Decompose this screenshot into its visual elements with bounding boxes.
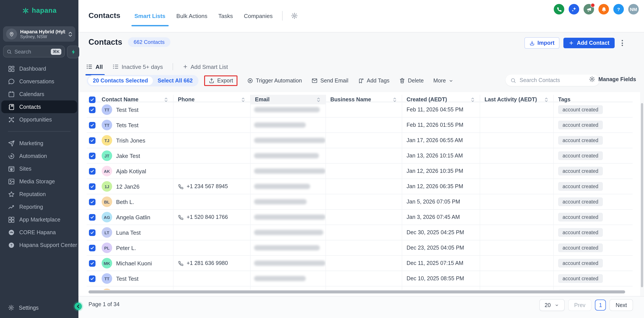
contact-name[interactable]: 12 Jan26 — [116, 183, 140, 190]
sort-icon[interactable] — [317, 97, 320, 102]
import-button[interactable]: Import — [524, 37, 560, 49]
table-row[interactable]: Nov 24, 2025 11:55 PM account created — [87, 286, 632, 290]
account-switcher[interactable]: Hapana Hybrid (Hyb... Sydney, NSW — [3, 26, 75, 42]
contact-name[interactable]: Trish Jones — [116, 137, 145, 144]
tab-bulk-actions[interactable]: Bulk Actions — [175, 13, 209, 19]
table-row[interactable]: TT Tets Test Feb 11, 20 — [87, 117, 632, 133]
table-row[interactable]: JT Jake Test Jan 13, 20 — [87, 148, 632, 164]
contact-name[interactable]: Tets Test — [116, 122, 138, 128]
table-row[interactable]: AG Angela Gatlin +1 520 840 1766 — [87, 210, 632, 225]
sidebar-item-automation[interactable]: Automation — [0, 149, 78, 162]
action-button-delete[interactable]: Delete — [399, 78, 424, 84]
sidebar-item-app-marketplace[interactable]: App Marketplace — [0, 213, 78, 226]
table-row[interactable]: TJ Trish Jones Jan 17, — [87, 133, 632, 148]
row-checkbox[interactable] — [89, 137, 96, 144]
table-row[interactable]: TT Test Test Dec 10, 20 — [87, 271, 632, 286]
topbar-icon-ai-sparkles[interactable] — [569, 4, 579, 15]
horizontal-scrollbar[interactable] — [88, 290, 625, 293]
table-row[interactable]: MK Michael Kuoni +1 281 636 9980 — [87, 256, 632, 271]
sort-icon[interactable] — [242, 97, 245, 102]
current-page-button[interactable]: 1 — [595, 299, 606, 310]
contact-name[interactable]: Test Test — [116, 106, 138, 113]
row-checkbox[interactable] — [89, 168, 96, 174]
sort-icon[interactable] — [164, 97, 168, 102]
vertical-scrollbar[interactable] — [641, 103, 643, 287]
sidebar-item-opportunities[interactable]: Opportunities — [0, 113, 78, 126]
email-cell — [250, 133, 326, 148]
prev-page-button[interactable]: Prev — [568, 299, 592, 311]
row-checkbox[interactable] — [89, 275, 96, 282]
table-row[interactable]: AK Ajab Kotiyal Jan 12, — [87, 164, 632, 179]
sidebar-item-reporting[interactable]: Reporting — [0, 201, 78, 213]
action-button-trigger-automation[interactable]: Trigger Automation — [247, 78, 302, 84]
row-checkbox[interactable] — [89, 122, 96, 128]
quick-actions-button[interactable] — [67, 46, 79, 58]
table-row[interactable]: 1J 12 Jan26 +1 234 567 8945 — [87, 179, 632, 194]
select-all-checkbox[interactable] — [89, 96, 96, 103]
sidebar-item-contacts[interactable]: Contacts — [1, 100, 77, 113]
select-all-link[interactable]: Select All 662 — [153, 78, 198, 84]
manage-fields-button[interactable]: Manage Fields — [589, 76, 636, 82]
search-contacts-input[interactable]: Search Contacts — [506, 75, 599, 86]
add-smart-list-button[interactable]: Add Smart List — [183, 63, 228, 70]
action-button-more[interactable]: More — [433, 78, 453, 84]
topbar-icon-announcements[interactable] — [584, 4, 594, 15]
tab-tasks[interactable]: Tasks — [217, 13, 234, 19]
contact-name[interactable]: Peter L. — [116, 245, 136, 251]
contact-name[interactable]: Test Test — [116, 275, 138, 282]
sort-icon[interactable] — [471, 97, 474, 102]
topbar-icon-phone[interactable] — [554, 4, 564, 15]
contact-name[interactable]: Luna Test — [116, 229, 141, 236]
row-checkbox[interactable] — [89, 183, 96, 190]
row-checkbox[interactable] — [89, 106, 96, 113]
sidebar-item-dashboard[interactable]: Dashboard — [0, 62, 78, 75]
sort-icon[interactable] — [544, 97, 548, 102]
sidebar-item-core-hapana[interactable]: CORE Hapana — [0, 226, 78, 239]
table-row[interactable]: PL Peter L. Dec 23, 202 — [87, 240, 632, 256]
top-tabs: Smart Lists Bulk Actions Tasks Companies — [133, 13, 274, 19]
action-button-export[interactable]: Export — [204, 75, 238, 86]
sidebar-item-settings[interactable]: Settings — [8, 304, 38, 311]
sidebar-item-conversations[interactable]: Conversations — [0, 75, 78, 88]
topbar-icon-user-avatar[interactable]: NM — [628, 4, 639, 15]
row-checkbox[interactable] — [89, 199, 96, 205]
row-checkbox[interactable] — [89, 260, 96, 266]
row-checkbox[interactable] — [89, 245, 96, 251]
contacts-settings-gear-icon[interactable] — [291, 12, 298, 19]
sidebar-item-support-center[interactable]: ? Hapana Support Center — [0, 239, 78, 251]
row-checkbox[interactable] — [89, 229, 96, 236]
add-contact-button[interactable]: Add Contact — [563, 38, 615, 48]
sidebar-item-sites[interactable]: Sites — [0, 162, 78, 175]
contact-name[interactable]: Angela Gatlin — [116, 214, 150, 220]
action-button-add-tags[interactable]: Add Tags — [358, 78, 390, 84]
action-button-send-email[interactable]: Send Email — [312, 78, 348, 84]
table-row[interactable]: TT Test Test Feb 11, 20 — [87, 102, 632, 117]
row-checkbox[interactable] — [89, 152, 96, 159]
page-size-select[interactable]: 20 — [539, 299, 564, 311]
contact-name[interactable]: Beth L. — [116, 199, 134, 205]
tab-companies[interactable]: Companies — [242, 13, 274, 19]
next-page-button[interactable]: Next — [610, 299, 633, 311]
table-row[interactable]: BL Beth L. Jan 5, 2026 — [87, 194, 632, 210]
topbar-icon-help[interactable]: ? — [613, 4, 624, 15]
sidebar-item-media-storage[interactable]: Media Storage — [0, 175, 78, 188]
avatar: MK — [102, 258, 112, 268]
smart-list-tab-inactive-5-days[interactable]: Inactive 5+ days — [112, 63, 163, 70]
sidebar-item-marketing[interactable]: Marketing — [0, 137, 78, 149]
sidebar-collapse-button[interactable] — [74, 303, 82, 310]
row-checkbox[interactable] — [89, 214, 96, 220]
contact-name[interactable]: Michael Kuoni — [116, 260, 152, 266]
email-cell — [250, 256, 326, 271]
contact-name[interactable]: Jake Test — [116, 152, 140, 159]
last-activity-cell — [480, 133, 554, 148]
more-options-kebab-icon[interactable] — [620, 39, 624, 47]
sidebar-search-input[interactable]: Search ⌘K — [3, 46, 65, 57]
tab-smart-lists[interactable]: Smart Lists — [133, 13, 167, 19]
sidebar-item-reputation[interactable]: Reputation — [0, 188, 78, 201]
contact-name[interactable]: Ajab Kotiyal — [116, 168, 146, 174]
sort-icon[interactable] — [393, 97, 396, 102]
sidebar-item-calendars[interactable]: Calendars — [0, 88, 78, 100]
smart-list-tab-all[interactable]: All — [86, 63, 103, 70]
topbar-icon-notifications[interactable] — [598, 4, 609, 15]
table-row[interactable]: LT Luna Test Dec 30, 20 — [87, 225, 632, 240]
